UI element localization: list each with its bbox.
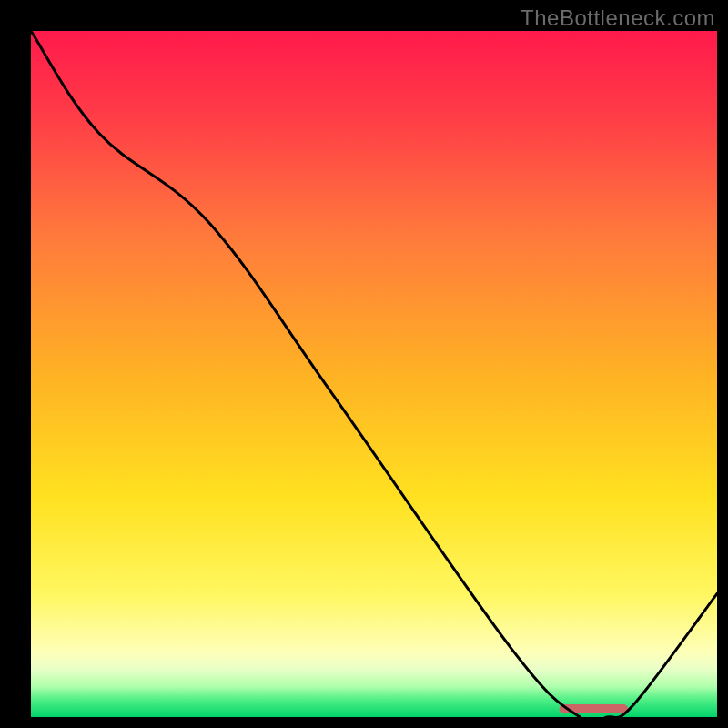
heat-field (31, 31, 717, 717)
watermark-text: TheBottleneck.com (521, 5, 715, 31)
y-axis (24, 24, 31, 724)
plot-svg (31, 31, 717, 717)
chart-frame: TheBottleneck.com (0, 0, 728, 728)
x-axis (24, 717, 724, 724)
plot-area (31, 31, 717, 717)
